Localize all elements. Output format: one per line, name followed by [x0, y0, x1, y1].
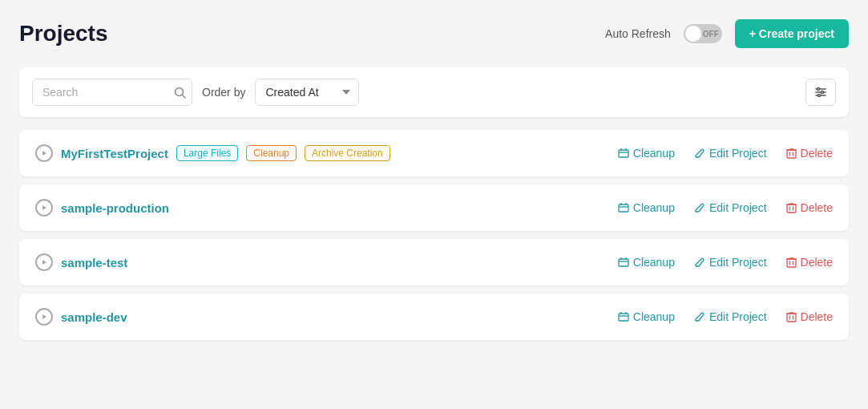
project-row: sample-productionCleanupEdit ProjectDele… — [19, 184, 849, 231]
svg-marker-26 — [42, 260, 46, 265]
expand-icon[interactable] — [35, 144, 53, 162]
order-by-select[interactable]: Created At Name Updated At — [255, 79, 359, 106]
page-header: Projects Auto Refresh OFF + Create proje… — [19, 19, 849, 48]
svg-rect-40 — [787, 314, 796, 322]
delete-button[interactable]: Delete — [786, 256, 833, 269]
search-wrapper — [32, 79, 192, 106]
cleanup-icon — [618, 148, 629, 159]
edit-project-button[interactable]: Edit Project — [694, 256, 767, 269]
svg-rect-13 — [787, 150, 796, 158]
project-name[interactable]: MyFirstTestProject — [61, 147, 168, 160]
project-actions: CleanupEdit ProjectDelete — [618, 201, 833, 214]
delete-button[interactable]: Delete — [786, 201, 833, 214]
svg-line-1 — [183, 95, 186, 98]
project-row-left: sample-test — [35, 253, 618, 271]
delete-icon — [786, 148, 797, 159]
project-tag: Cleanup — [246, 145, 297, 161]
edit-icon — [694, 148, 705, 159]
cleanup-button[interactable]: Cleanup — [618, 201, 675, 214]
edit-icon — [694, 311, 705, 322]
auto-refresh-label: Auto Refresh — [605, 27, 671, 40]
search-input[interactable] — [32, 79, 192, 106]
sliders-icon — [814, 86, 827, 99]
edit-project-button[interactable]: Edit Project — [694, 310, 767, 323]
cleanup-button[interactable]: Cleanup — [618, 256, 675, 269]
page-title: Projects — [19, 21, 108, 47]
project-actions: CleanupEdit ProjectDelete — [618, 310, 833, 323]
expand-icon[interactable] — [35, 308, 53, 326]
expand-icon[interactable] — [35, 253, 53, 271]
delete-icon — [786, 202, 797, 213]
filter-button[interactable] — [805, 79, 836, 106]
project-row-left: sample-production — [35, 199, 618, 217]
project-tag: Archive Creation — [305, 145, 390, 161]
project-actions: CleanupEdit ProjectDelete — [618, 256, 833, 269]
toolbar: Order by Created At Name Updated At — [19, 67, 849, 117]
svg-point-5 — [818, 88, 820, 91]
search-icon — [174, 87, 186, 99]
edit-project-button[interactable]: Edit Project — [694, 147, 767, 160]
svg-marker-17 — [42, 205, 46, 210]
edit-icon — [694, 202, 705, 213]
project-row: MyFirstTestProjectLarge FilesCleanupArch… — [19, 130, 849, 176]
project-row: sample-devCleanupEdit ProjectDelete — [19, 294, 849, 340]
svg-rect-31 — [787, 259, 796, 267]
toggle-switch[interactable]: OFF — [684, 24, 722, 43]
auto-refresh-toggle[interactable]: OFF — [684, 24, 722, 43]
project-name[interactable]: sample-dev — [61, 310, 127, 324]
svg-rect-9 — [619, 150, 628, 157]
svg-point-6 — [822, 91, 824, 94]
project-row-left: MyFirstTestProjectLarge FilesCleanupArch… — [35, 144, 618, 162]
projects-list: MyFirstTestProjectLarge FilesCleanupArch… — [19, 130, 849, 340]
edit-icon — [694, 257, 705, 268]
svg-rect-18 — [619, 204, 628, 212]
order-by-label: Order by — [202, 86, 245, 99]
cleanup-icon — [618, 311, 629, 322]
toggle-state-label: OFF — [703, 30, 719, 38]
delete-icon — [786, 311, 797, 322]
delete-icon — [786, 257, 797, 268]
toggle-knob — [685, 26, 701, 42]
cleanup-icon — [618, 202, 629, 213]
cleanup-button[interactable]: Cleanup — [618, 147, 675, 160]
project-name[interactable]: sample-test — [61, 256, 127, 269]
svg-marker-35 — [42, 314, 46, 319]
svg-marker-8 — [42, 151, 46, 156]
project-actions: CleanupEdit ProjectDelete — [618, 147, 833, 160]
expand-icon[interactable] — [35, 199, 53, 217]
header-actions: Auto Refresh OFF + Create project — [605, 19, 849, 48]
cleanup-button[interactable]: Cleanup — [618, 310, 675, 323]
edit-project-button[interactable]: Edit Project — [694, 201, 767, 214]
svg-point-7 — [818, 95, 821, 97]
delete-button[interactable]: Delete — [786, 147, 833, 160]
create-project-button[interactable]: + Create project — [735, 19, 849, 48]
cleanup-icon — [618, 257, 629, 268]
project-name[interactable]: sample-production — [61, 201, 169, 215]
svg-rect-22 — [787, 204, 796, 213]
search-button[interactable] — [174, 87, 186, 99]
project-tag: Large Files — [176, 145, 238, 161]
project-row-left: sample-dev — [35, 308, 618, 326]
delete-button[interactable]: Delete — [786, 310, 833, 323]
project-row: sample-testCleanupEdit ProjectDelete — [19, 239, 849, 285]
svg-rect-27 — [619, 259, 628, 266]
svg-rect-36 — [619, 314, 628, 321]
